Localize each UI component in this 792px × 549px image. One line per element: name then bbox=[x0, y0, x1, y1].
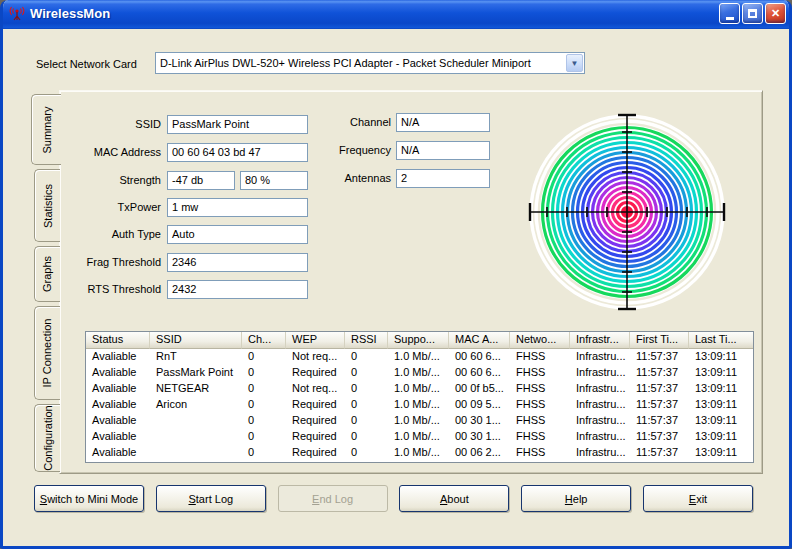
table-row[interactable]: Avaliable0Required01.0 Mb/...00 30 1...F… bbox=[86, 429, 753, 445]
table-cell: 0 bbox=[242, 365, 286, 381]
column-header-last-ti[interactable]: Last Ti... bbox=[689, 332, 754, 349]
exit-button[interactable]: Exit bbox=[643, 485, 753, 512]
access-points-table[interactable]: StatusSSIDCh...WEPRSSISuppo...MAC A...Ne… bbox=[85, 331, 754, 463]
table-cell: Infrastru... bbox=[570, 381, 630, 397]
network-card-selected-value: D-Link AirPlus DWL-520+ Wireless PCI Ada… bbox=[156, 57, 566, 69]
tab-ip-connection[interactable]: IP Connection bbox=[34, 306, 60, 400]
minimize-icon bbox=[726, 17, 734, 20]
tab-statistics[interactable]: Statistics bbox=[34, 169, 60, 242]
table-cell: 0 bbox=[242, 413, 286, 429]
table-cell: FHSS bbox=[510, 445, 570, 461]
table-cell bbox=[150, 413, 242, 429]
about-button[interactable]: About bbox=[399, 485, 509, 512]
summary-tab-panel: SSID PassMark Point MAC Address 00 60 64… bbox=[59, 90, 763, 474]
txpower-label: TxPower bbox=[60, 201, 161, 213]
table-cell: 11:57:37 bbox=[630, 381, 689, 397]
chevron-down-icon[interactable]: ▼ bbox=[566, 54, 583, 72]
table-header-row: StatusSSIDCh...WEPRSSISuppo...MAC A...Ne… bbox=[86, 332, 753, 349]
table-cell: Infrastru... bbox=[570, 413, 630, 429]
table-cell: 11:57:37 bbox=[630, 349, 689, 365]
table-cell: 1.0 Mb/... bbox=[388, 381, 449, 397]
table-cell: FHSS bbox=[510, 349, 570, 365]
table-cell: Infrastru... bbox=[570, 429, 630, 445]
frequency-label: Frequency bbox=[290, 144, 391, 156]
table-cell: 13:09:11 bbox=[689, 365, 754, 381]
table-cell: 0 bbox=[345, 365, 388, 381]
table-cell: FHSS bbox=[510, 429, 570, 445]
table-cell: 00 0f b5... bbox=[449, 381, 510, 397]
tab-graphs[interactable]: Graphs bbox=[34, 246, 60, 302]
column-header-suppo[interactable]: Suppo... bbox=[388, 332, 449, 349]
table-row[interactable]: AvaliableAricon0Required01.0 Mb/...00 09… bbox=[86, 397, 753, 413]
tab-label: Summary bbox=[41, 106, 53, 153]
table-cell: 0 bbox=[345, 445, 388, 461]
auth-type-label: Auth Type bbox=[60, 228, 161, 240]
column-header-rssi[interactable]: RSSI bbox=[345, 332, 388, 349]
start-log-button[interactable]: Start Log bbox=[156, 485, 266, 512]
table-cell: Avaliable bbox=[86, 413, 150, 429]
minimize-button[interactable] bbox=[719, 3, 740, 24]
table-row[interactable]: Avaliable0Required01.0 Mb/...00 06 2...F… bbox=[86, 445, 753, 461]
table-cell: Avaliable bbox=[86, 445, 150, 461]
frequency-value[interactable]: N/A bbox=[396, 141, 490, 160]
close-button[interactable]: ✕ bbox=[765, 3, 786, 24]
table-cell: 13:09:11 bbox=[689, 381, 754, 397]
switch-to-mini-mode-button[interactable]: Switch to Mini Mode bbox=[34, 485, 144, 512]
column-header-ssid[interactable]: SSID bbox=[150, 332, 242, 349]
mac-address-value[interactable]: 00 60 64 03 bd 47 bbox=[167, 143, 308, 162]
table-cell: 0 bbox=[345, 429, 388, 445]
column-header-netwo[interactable]: Netwo... bbox=[510, 332, 570, 349]
table-cell: Required bbox=[286, 413, 345, 429]
table-cell: FHSS bbox=[510, 413, 570, 429]
table-row[interactable]: Avaliable0Required01.0 Mb/...00 30 1...F… bbox=[86, 413, 753, 429]
table-cell: 00 60 6... bbox=[449, 365, 510, 381]
column-header-first-ti[interactable]: First Ti... bbox=[630, 332, 689, 349]
txpower-value[interactable]: 1 mw bbox=[167, 198, 308, 217]
strength-label: Strength bbox=[60, 174, 161, 186]
help-button[interactable]: Help bbox=[521, 485, 631, 512]
ssid-value[interactable]: PassMark Point bbox=[167, 115, 308, 134]
table-cell: FHSS bbox=[510, 381, 570, 397]
table-cell: Infrastru... bbox=[570, 365, 630, 381]
table-cell: Required bbox=[286, 429, 345, 445]
close-icon: ✕ bbox=[771, 7, 780, 20]
maximize-button[interactable] bbox=[742, 3, 763, 24]
tab-summary[interactable]: Summary bbox=[31, 94, 61, 165]
table-cell: 0 bbox=[345, 397, 388, 413]
tab-configuration[interactable]: Configuration bbox=[34, 404, 60, 472]
table-cell: Aricon bbox=[150, 397, 242, 413]
strength-db-value[interactable]: -47 db bbox=[167, 171, 235, 190]
table-row[interactable]: AvaliableNETGEAR0Not req...01.0 Mb/...00… bbox=[86, 381, 753, 397]
frag-threshold-value[interactable]: 2346 bbox=[167, 253, 308, 272]
table-cell bbox=[150, 445, 242, 461]
tab-strip: SummaryStatisticsGraphsIP ConnectionConf… bbox=[31, 92, 61, 476]
antennas-value[interactable]: 2 bbox=[396, 169, 490, 188]
table-cell: NETGEAR bbox=[150, 381, 242, 397]
table-cell bbox=[150, 429, 242, 445]
table-cell: 0 bbox=[242, 381, 286, 397]
column-header-infrastr[interactable]: Infrastr... bbox=[570, 332, 630, 349]
channel-value[interactable]: N/A bbox=[396, 113, 490, 132]
wirelessmon-window: WirelessMon ✕ Select Network Card D-Link… bbox=[0, 0, 792, 549]
table-cell: Required bbox=[286, 445, 345, 461]
rts-threshold-value[interactable]: 2432 bbox=[167, 280, 308, 299]
window-title: WirelessMon bbox=[30, 6, 719, 21]
table-cell: 00 06 2... bbox=[449, 445, 510, 461]
table-cell: Avaliable bbox=[86, 381, 150, 397]
rts-threshold-label: RTS Threshold bbox=[60, 283, 161, 295]
column-header-wep[interactable]: WEP bbox=[286, 332, 345, 349]
select-network-card-label: Select Network Card bbox=[36, 58, 137, 70]
table-row[interactable]: AvaliableRnT0Not req...01.0 Mb/...00 60 … bbox=[86, 349, 753, 365]
network-card-select[interactable]: D-Link AirPlus DWL-520+ Wireless PCI Ada… bbox=[155, 52, 585, 74]
frag-threshold-label: Frag Threshold bbox=[60, 256, 161, 268]
table-row[interactable]: AvaliablePassMark Point0Required01.0 Mb/… bbox=[86, 365, 753, 381]
maximize-icon bbox=[748, 9, 757, 18]
antenna-icon bbox=[8, 5, 26, 23]
table-cell: Required bbox=[286, 397, 345, 413]
end-log-button: End Log bbox=[278, 485, 388, 512]
table-cell: 00 30 1... bbox=[449, 413, 510, 429]
auth-type-value[interactable]: Auto bbox=[167, 225, 308, 244]
column-header-ch[interactable]: Ch... bbox=[242, 332, 286, 349]
column-header-status[interactable]: Status bbox=[86, 332, 150, 349]
column-header-mac-a[interactable]: MAC A... bbox=[449, 332, 510, 349]
